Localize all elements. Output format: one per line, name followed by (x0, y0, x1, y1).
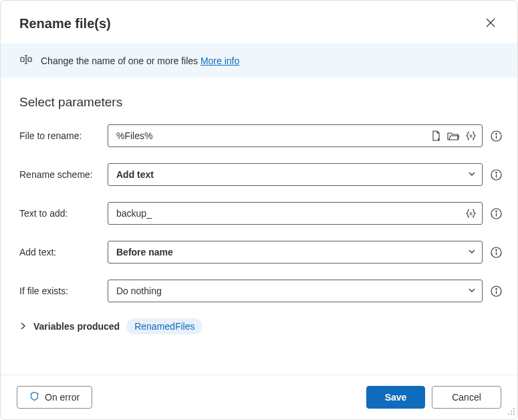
select-wrap-add-text: Before name (108, 241, 483, 264)
rename-scheme-value: Add text (116, 169, 154, 180)
if-file-exists-select[interactable]: Do nothing (108, 280, 483, 302)
variable-picker-icon[interactable] (464, 207, 477, 220)
row-file-to-rename: File to rename: (19, 124, 503, 147)
svg-point-7 (495, 211, 496, 211)
svg-rect-1 (28, 58, 31, 62)
info-icon-addtext[interactable] (489, 245, 503, 259)
variable-badge[interactable]: RenamedFiles (126, 318, 203, 334)
rename-action-icon (19, 53, 33, 68)
variable-picker-icon[interactable] (464, 129, 477, 142)
dialog-footer: On error Save Cancel (1, 375, 517, 419)
select-wrap-if-exists: Do nothing (108, 280, 483, 302)
on-error-label: On error (45, 392, 80, 403)
banner-text: Change the name of one or more files (41, 56, 201, 66)
footer-right: Save Cancel (366, 386, 501, 409)
info-icon-text[interactable] (489, 207, 503, 220)
cancel-button[interactable]: Cancel (432, 386, 501, 409)
svg-point-17 (513, 413, 515, 415)
add-text-value: Before name (116, 247, 173, 257)
svg-point-5 (495, 172, 496, 173)
select-wrap-rename-scheme: Add text (108, 163, 483, 186)
row-if-file-exists: If file exists: Do nothing (19, 280, 503, 302)
input-wrap-file-to-rename (108, 124, 483, 147)
row-add-text: Add text: Before name (19, 241, 503, 264)
close-icon (486, 18, 495, 29)
variables-expand-toggle[interactable] (19, 321, 27, 332)
file-to-rename-input[interactable] (108, 124, 483, 147)
svg-point-11 (495, 288, 496, 289)
body-section: Select parameters File to rename: (1, 78, 517, 375)
info-icon-scheme[interactable] (489, 168, 503, 181)
svg-point-16 (511, 413, 512, 415)
info-icon-exists[interactable] (489, 284, 503, 298)
if-exists-value: Do nothing (116, 286, 162, 296)
label-add-text: Add text: (19, 247, 101, 257)
row-rename-scheme: Rename scheme: Add text (19, 163, 503, 186)
input-icons-file (429, 129, 477, 142)
dialog-container: Rename file(s) Change the name of one or… (0, 0, 518, 420)
svg-point-13 (511, 411, 512, 412)
label-if-file-exists: If file exists: (19, 286, 101, 296)
svg-rect-0 (21, 58, 24, 62)
save-button[interactable]: Save (366, 386, 425, 409)
dialog-header: Rename file(s) (1, 1, 517, 43)
select-folder-icon[interactable] (446, 129, 460, 142)
info-icon-file[interactable] (489, 129, 503, 142)
close-button[interactable] (480, 13, 501, 34)
info-banner-text: Change the name of one or more files Mor… (41, 56, 239, 66)
add-text-select[interactable]: Before name (108, 241, 483, 264)
label-rename-scheme: Rename scheme: (19, 169, 101, 180)
dialog-title: Rename file(s) (19, 16, 111, 31)
rename-scheme-select[interactable]: Add text (108, 163, 483, 186)
more-info-link[interactable]: More info (201, 56, 239, 66)
label-text-to-add: Text to add: (19, 208, 101, 219)
svg-point-14 (513, 411, 515, 412)
svg-point-9 (495, 249, 496, 250)
input-icons-text (464, 207, 477, 220)
shield-icon (29, 391, 39, 403)
select-file-icon[interactable] (429, 129, 442, 142)
row-text-to-add: Text to add: (19, 202, 503, 225)
variables-produced-row: Variables produced RenamedFiles (19, 318, 503, 334)
text-to-add-input[interactable] (108, 202, 483, 225)
label-file-to-rename: File to rename: (19, 130, 101, 141)
info-banner: Change the name of one or more files Mor… (1, 43, 517, 78)
input-wrap-text-to-add (108, 202, 483, 225)
section-title: Select parameters (19, 95, 503, 110)
on-error-button[interactable]: On error (17, 386, 92, 409)
variables-label: Variables produced (33, 321, 120, 332)
resize-grip-icon[interactable] (507, 407, 515, 417)
svg-point-12 (513, 408, 515, 409)
svg-point-15 (508, 413, 509, 415)
svg-point-3 (495, 133, 496, 134)
